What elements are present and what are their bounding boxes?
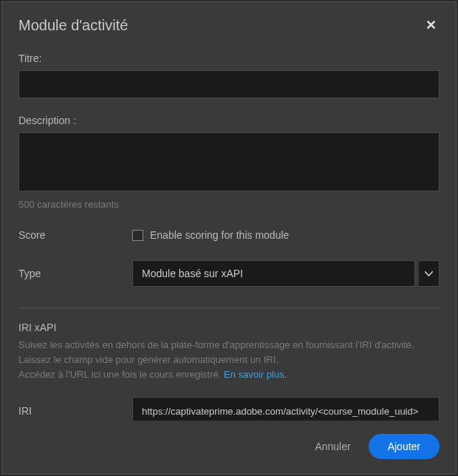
- close-button[interactable]: ✕: [423, 16, 440, 35]
- iri-section-title: IRI xAPI: [18, 322, 440, 333]
- field-row-type: Type Module basé sur xAPI: [18, 260, 440, 287]
- score-checkbox-label: Enable scoring for this module: [150, 229, 289, 241]
- field-row-score: Score Enable scoring for this module: [18, 229, 440, 241]
- iri-description: Suivez les activités en dehors de la pla…: [18, 338, 440, 382]
- field-group-description: Description : 500 caractères restants: [18, 115, 440, 210]
- titre-label: Titre:: [18, 52, 440, 64]
- field-group-titre: Titre:: [18, 52, 440, 98]
- type-select[interactable]: Module basé sur xAPI: [132, 260, 440, 287]
- section-divider: [18, 307, 440, 308]
- dialog-content: Titre: Description : 500 caractères rest…: [2, 47, 456, 421]
- description-helper: 500 caractères restants: [18, 199, 440, 210]
- iri-section: IRI xAPI Suivez les activités en dehors …: [18, 322, 440, 382]
- dialog-footer: Annuler Ajouter: [2, 421, 456, 474]
- iri-desc-line2: Laissez le champ vide pour générer autom…: [18, 354, 278, 365]
- dialog-header: Module d'activité ✕: [2, 2, 456, 47]
- iri-desc-line3-prefix: Accédez à l'URL ici une fois le cours en…: [18, 369, 224, 380]
- iri-field-label: IRI: [18, 405, 132, 417]
- activity-module-dialog: Module d'activité ✕ Titre: Description :…: [1, 1, 457, 475]
- close-icon: ✕: [425, 18, 437, 33]
- score-label: Score: [18, 229, 132, 241]
- score-control: Enable scoring for this module: [132, 229, 440, 241]
- field-row-iri: IRI: [18, 397, 440, 421]
- score-checkbox[interactable]: [132, 230, 143, 241]
- type-control: Module basé sur xAPI: [132, 260, 440, 287]
- chevron-down-icon: [425, 271, 433, 276]
- type-label: Type: [18, 268, 132, 279]
- dialog-title: Module d'activité: [18, 17, 128, 34]
- type-select-toggle[interactable]: [419, 260, 440, 287]
- type-select-value: Module basé sur xAPI: [132, 260, 415, 287]
- description-label: Description :: [18, 115, 440, 126]
- iri-desc-line1: Suivez les activités en dehors de la pla…: [18, 339, 414, 350]
- description-input[interactable]: [18, 132, 440, 191]
- titre-input[interactable]: [18, 70, 440, 98]
- iri-input[interactable]: [132, 397, 440, 421]
- cancel-button[interactable]: Annuler: [310, 435, 355, 458]
- add-button[interactable]: Ajouter: [369, 434, 440, 459]
- learn-more-link[interactable]: En savoir plus.: [224, 369, 287, 380]
